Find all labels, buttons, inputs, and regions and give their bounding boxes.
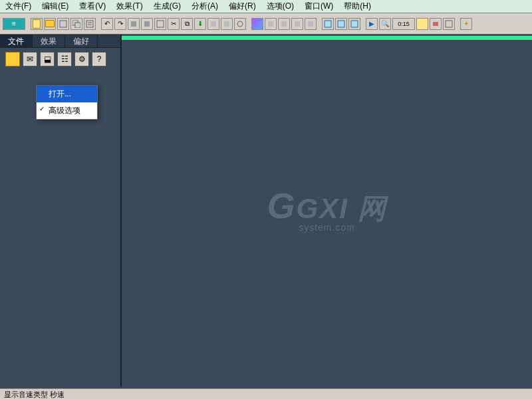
toolbar-btn-5[interactable]	[234, 18, 246, 30]
undo-button[interactable]: ↶	[101, 18, 113, 30]
sidebar-tray-icon[interactable]: ⬓	[40, 52, 55, 66]
ctx-advanced-options[interactable]: ✓ 高级选项	[37, 102, 97, 119]
toolbar-btn-11[interactable]	[430, 18, 442, 30]
copy-button[interactable]: ⧉	[181, 18, 193, 30]
toolbar-btn-9[interactable]	[305, 18, 317, 30]
tab-file[interactable]: 文件	[0, 35, 33, 47]
context-menu: 打开... ✓ 高级选项	[36, 85, 98, 120]
redo-button[interactable]: ↷	[114, 18, 126, 30]
new-file-button[interactable]	[31, 18, 43, 30]
svg-rect-9	[211, 21, 216, 27]
svg-rect-15	[308, 21, 313, 27]
menu-edit[interactable]: 编辑(E)	[39, 0, 71, 13]
ctx-open[interactable]: 打开...	[37, 86, 97, 102]
sidebar-open-icon[interactable]	[5, 52, 20, 66]
svg-rect-6	[131, 21, 136, 27]
watermark-main: GGXI 网	[267, 185, 386, 227]
menubar: 文件(F) 编辑(E) 查看(V) 效果(T) 生成(G) 分析(A) 偏好(R…	[0, 0, 532, 13]
waveform-mode-button[interactable]: ≡	[3, 18, 25, 30]
menu-help[interactable]: 帮助(H)	[341, 0, 374, 13]
toolbar-btn-12[interactable]	[443, 18, 455, 30]
svg-rect-3	[86, 21, 93, 27]
menu-analyze[interactable]: 分析(A)	[189, 0, 221, 13]
sidebar-gear-icon[interactable]: ⚙	[74, 52, 89, 66]
tab-favorites[interactable]: 偏好	[65, 35, 98, 47]
statusbar: 显示音速类型 秒速	[0, 388, 532, 399]
window-btn-3[interactable]	[348, 18, 360, 30]
batch-button[interactable]	[84, 18, 96, 30]
cut-button[interactable]: ✂	[168, 18, 180, 30]
toolbar-btn-1[interactable]	[128, 18, 140, 30]
tab-effects[interactable]: 效果	[33, 35, 65, 47]
watermark-sub: system.com	[267, 222, 386, 233]
open-file-button[interactable]	[44, 18, 56, 30]
svg-rect-8	[157, 21, 164, 27]
sidebar-help-icon[interactable]: ?	[92, 52, 106, 66]
menu-file[interactable]: 文件(F)	[3, 0, 34, 13]
sidebar-toolbar: ✉ ⬓ ☷ ⚙ ?	[0, 48, 120, 70]
time-display[interactable]: 0:15	[392, 18, 415, 30]
paste-button[interactable]: ⬇	[194, 18, 206, 30]
svg-point-11	[237, 21, 243, 27]
sidebar-tabs: 文件 效果 偏好	[0, 35, 120, 48]
toolbar-btn-2[interactable]	[141, 18, 153, 30]
check-icon: ✓	[39, 105, 45, 112]
svg-rect-13	[281, 21, 287, 27]
svg-rect-7	[144, 21, 150, 27]
sidebar-envelope-icon[interactable]: ✉	[23, 52, 37, 66]
spectral-button[interactable]	[251, 18, 263, 30]
svg-rect-18	[351, 21, 358, 27]
svg-rect-17	[338, 21, 344, 27]
sidebar-stack-icon[interactable]: ☷	[57, 52, 72, 66]
toolbar-btn-4[interactable]	[221, 18, 233, 30]
menu-favorites[interactable]: 偏好(R)	[226, 0, 259, 13]
menu-effects[interactable]: 效果(T)	[114, 0, 145, 13]
svg-rect-19	[433, 22, 438, 26]
menu-view[interactable]: 查看(V)	[76, 0, 108, 13]
toolbar-btn-7[interactable]	[278, 18, 290, 30]
svg-rect-2	[75, 23, 80, 28]
window-btn-1[interactable]	[322, 18, 334, 30]
menu-generate[interactable]: 生成(G)	[151, 0, 184, 13]
save-button[interactable]	[57, 18, 69, 30]
toolbar-btn-8[interactable]	[291, 18, 303, 30]
svg-rect-12	[268, 21, 273, 27]
svg-rect-16	[325, 21, 331, 27]
toolbar-btn-3[interactable]	[154, 18, 166, 30]
zoom-button[interactable]: 🔍	[379, 18, 391, 30]
main-toolbar: ≡ ↶ ↷ ✂ ⧉ ⬇ ▶ 🔍 0:15	[0, 13, 532, 35]
toolbar-btn-6[interactable]	[265, 18, 277, 30]
main-canvas[interactable]: GGXI 网 system.com	[122, 36, 532, 387]
svg-rect-10	[224, 21, 229, 27]
menu-window[interactable]: 窗口(W)	[302, 0, 336, 13]
save-as-button[interactable]	[70, 18, 82, 30]
mix-paste-button[interactable]	[207, 18, 219, 30]
watermark: GGXI 网 system.com	[267, 185, 386, 233]
toolbar-btn-10[interactable]	[416, 18, 428, 30]
svg-rect-20	[446, 21, 452, 27]
play-button[interactable]: ▶	[366, 18, 378, 30]
svg-rect-14	[295, 21, 300, 27]
svg-rect-0	[60, 21, 66, 27]
toolbar-btn-13[interactable]: ✦	[460, 18, 472, 30]
menu-options[interactable]: 选项(O)	[264, 0, 297, 13]
window-btn-2[interactable]	[335, 18, 347, 30]
